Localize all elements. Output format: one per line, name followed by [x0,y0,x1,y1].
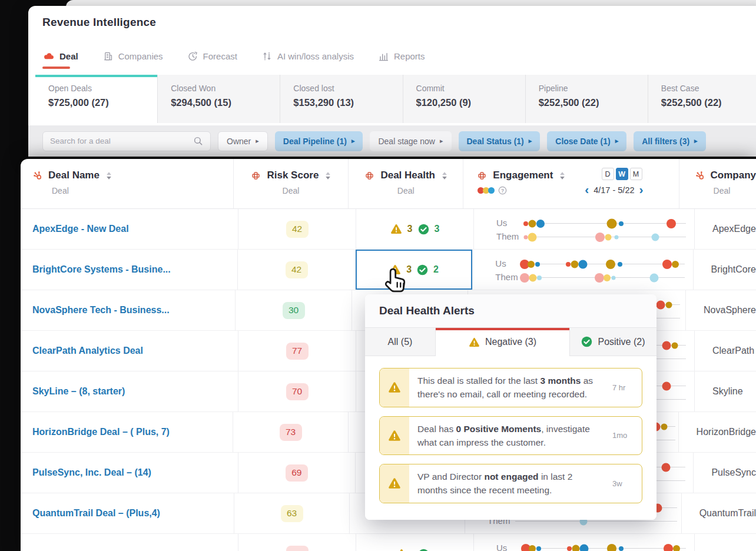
them-label: Them [495,272,518,282]
deal-health-cell[interactable]: 33 [356,209,474,249]
tab-forecast[interactable]: Forecast [188,51,237,61]
forecast-icon [188,51,198,61]
tab-reports[interactable]: Reports [379,51,425,61]
cursor-pointer-icon [382,266,413,300]
page-title: Revenue Intelligence [42,16,156,29]
engagement-dot [619,546,624,551]
engagement-dot [579,545,588,551]
engagement-dot [604,274,611,281]
popup-tab-negative-3[interactable]: Negative (3) [436,328,569,356]
engagement-dot [523,221,528,226]
screen: Revenue Intelligence DealCompaniesForeca… [0,0,756,551]
filter-chip-deal-status-1[interactable]: Deal Status (1)▸ [459,131,541,151]
prev-chevron-icon[interactable]: ‹ [585,183,589,195]
next-chevron-icon[interactable]: › [639,183,644,195]
filter-bar: Search for a deal Owner▸Deal Pipeline (1… [28,125,756,157]
sort-icon[interactable] [559,171,565,180]
sort-icon[interactable] [325,171,331,180]
column-header-engagement[interactable]: Engagement ? DWM ‹ 4/17 - 5/22 › [463,159,679,208]
tab-ai-win-loss-analysis[interactable]: AI win/loss analysis [262,51,354,61]
us-label: Us [496,543,507,551]
risk-score-badge: 30 [283,302,305,319]
risk-score-badge [286,546,309,551]
summary-value: $120,250 (9) [416,97,525,108]
us-label: Us [496,218,507,228]
engagement-dot [614,235,618,240]
engagement-dot [606,260,615,269]
sort-icon[interactable] [106,171,112,180]
engagement-dot [535,262,540,267]
summary-label: Open Deals [48,84,157,93]
company-cell: HorizonBridge [679,412,756,452]
engagement-cell: UsThem [474,209,695,249]
search-input[interactable]: Search for a deal [42,131,211,151]
engagement-dot [528,220,536,228]
summary-card-pipeline[interactable]: Pipeline$252,500 (22) [525,75,648,123]
summary-card-closed-lost[interactable]: Closed lost$153,290 (13) [280,75,402,123]
deal-name-link[interactable]: PulseSync, Inc. Deal – (14) [32,467,151,478]
popup-tab-all-5[interactable]: All (5) [365,328,436,356]
filter-chip-owner[interactable]: Owner▸ [218,131,268,151]
deal-name-link[interactable]: NovaSphere Tech - Business... [32,305,170,316]
popup-alerts: This deal is stalled for the last 3 mont… [365,356,656,520]
summary-card-open-deals[interactable]: Open Deals$725,000 (27) [35,75,157,123]
summary-card-closed-won[interactable]: Closed Won$294,500 (15) [157,75,280,123]
summary-value: $153,290 (13) [293,97,402,108]
popup-tab-positive-2[interactable]: Positive (2) [569,328,656,356]
engagement-dot [661,424,667,430]
table-row: ApexEdge - New Deal4233UsThemApexEdge [21,209,756,250]
alert-text: Deal has 0 Positive Moments, investigate… [409,417,612,455]
deal-name-cell: QuantumTrail Deal – (Plus,4) [21,493,234,533]
tab-companies[interactable]: Companies [103,51,163,61]
popup-tabs: All (5)Negative (3)Positive (2) [365,328,656,356]
table-header: Deal Name Deal Risk Score Deal Deal Heal… [21,159,756,209]
deal-health-cell[interactable] [356,534,474,551]
deal-health-alerts-popup: Deal Health Alerts All (5)Negative (3)Po… [365,294,656,520]
filter-chip-deal-stage-now[interactable]: Deal stage now▸ [370,131,451,151]
timeline-track [515,521,677,522]
deal-name-link[interactable]: ClearPath Analytics Deal [32,346,143,356]
timeline-track [524,237,686,237]
company-cell [695,534,756,551]
deal-name-link[interactable]: BrightCore Systems - Busine... [32,264,171,275]
filter-chip-deal-pipeline-1[interactable]: Deal Pipeline (1)▸ [275,131,363,151]
deal-name-cell: SkyLine – (8, starter) [21,371,238,411]
alert-time: 3w [612,464,642,503]
column-header-deal-name[interactable]: Deal Name Deal [21,159,234,208]
column-header-risk-score[interactable]: Risk Score Deal [234,159,349,208]
filter-chip-close-date-1[interactable]: Close Date (1)▸ [547,131,626,151]
tab-deal[interactable]: Deal [44,51,78,61]
deal-name-link[interactable]: ApexEdge - New Deal [32,224,129,234]
period-m-button[interactable]: M [630,168,642,180]
risk-score-icon [250,170,261,181]
engagement-dot [612,276,616,280]
engagement-cell: UsThem [474,534,695,551]
risk-score-badge: 77 [286,343,309,360]
deal-health-cell[interactable]: 32 [356,250,473,290]
deal-name-cell: ClearPath Analytics Deal [21,331,238,371]
deal-name-link[interactable]: SkyLine – (8, starter) [32,386,125,397]
period-d-button[interactable]: D [602,168,614,180]
summary-value: $294,500 (15) [171,97,280,108]
column-header-deal-health[interactable]: Deal Health Deal [349,159,463,208]
risk-score-cell: 42 [238,209,356,249]
deal-name-cell: NovaSphere Tech - Business... [21,290,236,330]
ai-winloss-icon [262,51,272,61]
summary-card-best-case[interactable]: Best Case$252,500 (22) [648,75,756,123]
summary-card-commit[interactable]: Commit$120,250 (9) [403,75,525,123]
deal-name-link[interactable]: HorizonBridge Deal – ( Plus, 7) [32,427,170,437]
deal-icon [44,52,54,60]
help-icon[interactable]: ? [498,186,507,195]
filter-chip-all-filters-3[interactable]: All filters (3)▸ [634,131,705,151]
deal-name-link[interactable]: QuantumTrail Deal – (Plus,4) [32,508,160,519]
period-w-button[interactable]: W [616,168,628,180]
column-header-company[interactable]: Company Deal [679,159,756,208]
engagement-dot [661,463,670,472]
sort-icon[interactable] [442,171,447,180]
risk-score-cell: 63 [234,493,350,533]
us-label: Us [495,258,506,268]
engagement-dot [650,274,659,283]
company-cell: NovaSphere [686,290,756,330]
engagement-dot [651,234,659,241]
risk-score-cell: 77 [238,331,356,371]
